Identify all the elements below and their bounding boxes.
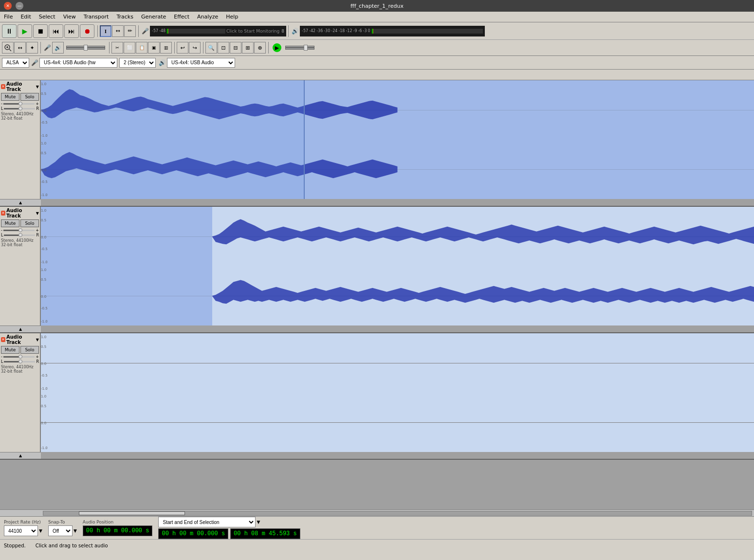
pause-button[interactable]: ⏸	[2, 24, 17, 38]
snap-to-select[interactable]: Off	[48, 525, 73, 536]
zoom-fit-btn[interactable]: ⊡	[218, 42, 229, 54]
skip-forward-button[interactable]: ⏭	[64, 24, 79, 38]
redo-btn[interactable]: ↪	[189, 42, 201, 54]
monitoring-label[interactable]: Click to Start Monitoring	[226, 29, 279, 34]
track-1-waveform-upper[interactable]: 1.0 0.5 0.0 -0.5 -1.0	[41, 80, 754, 140]
track-3-solo-btn[interactable]: Solo	[20, 346, 39, 354]
zoom-out-btn[interactable]: 🔍	[205, 42, 217, 54]
svg-line-1	[9, 49, 11, 51]
track-2-waveform-upper[interactable]: 1.0 0.5 0.0 -0.5 -1.0	[41, 207, 754, 266]
paste-btn[interactable]: 📋	[136, 42, 147, 54]
undo-btn[interactable]: ↩	[177, 42, 188, 54]
track-3-dropdown-icon[interactable]: ▼	[36, 338, 39, 342]
select-tool[interactable]: I	[100, 25, 111, 37]
record-button[interactable]: ⏺	[80, 24, 94, 38]
track-3-close[interactable]: ✕	[1, 337, 5, 342]
project-rate-section: Project Rate (Hz) 44100 ▼	[4, 520, 42, 536]
track-3-collapse[interactable]: ▲	[0, 452, 41, 459]
track-3-waveform-lower[interactable]: 1.0 0.5 0.0 -1.0	[41, 393, 754, 452]
skip-back-button[interactable]: ⏮	[49, 24, 63, 38]
track-1-mute-btn[interactable]: Mute	[1, 93, 19, 101]
track-2-mute-btn[interactable]: Mute	[1, 219, 19, 227]
track-2-vol-slider[interactable]	[3, 230, 35, 231]
track-3-vol-slider[interactable]	[3, 356, 35, 358]
h-scrollbar-thumb[interactable]	[79, 511, 185, 515]
stop-button[interactable]: ⏹	[33, 24, 48, 38]
menu-effect[interactable]: Effect	[170, 12, 193, 22]
multi-tool[interactable]: ✦	[26, 42, 38, 54]
track-2-waveform-lower[interactable]: 1.0 0.5 0.0 -0.5 -1.0	[41, 266, 754, 325]
y--1.0-lower: -1.0	[41, 193, 48, 197]
menu-help[interactable]: Help	[222, 12, 242, 22]
track-2-close[interactable]: ✕	[1, 211, 5, 216]
zoom-sel-btn[interactable]: ⊞	[242, 42, 254, 54]
track-2-collapse[interactable]: ▲	[0, 325, 41, 332]
track-2-pan-slider[interactable]	[4, 235, 35, 236]
menu-file[interactable]: File	[0, 12, 17, 22]
track-2-pan: L R	[1, 233, 39, 237]
zoom-in-btn[interactable]	[2, 42, 14, 54]
snap-to-dropdown-icon[interactable]: ▼	[74, 528, 77, 533]
minimize-button[interactable]: —	[16, 2, 23, 10]
selection-dropdown-icon[interactable]: ▼	[257, 520, 260, 524]
audio-position-time[interactable]: 00 h 00 m 00.000 s	[83, 525, 153, 536]
draw-tool[interactable]: ✏	[124, 25, 136, 37]
track-1-pan: L R	[1, 107, 39, 111]
input-device-select[interactable]: US-4x4: USB Audio (hw	[39, 58, 117, 68]
speaker-icon: 🔊	[292, 28, 299, 35]
separator-6	[174, 42, 175, 54]
menu-select[interactable]: Select	[35, 12, 59, 22]
track-3-mute-btn[interactable]: Mute	[1, 346, 19, 354]
zoom-full-btn[interactable]: ⊟	[230, 42, 241, 54]
separator-7	[203, 42, 203, 54]
close-button[interactable]: ✕	[4, 2, 12, 10]
y-0.5-lower: 0.5	[41, 151, 46, 155]
menu-view[interactable]: View	[59, 12, 80, 22]
selection-mode-select[interactable]: Start and End of Selection	[158, 517, 256, 527]
selection-1l	[41, 140, 305, 199]
menu-analyze[interactable]: Analyze	[193, 12, 222, 22]
track-1-vol-slider[interactable]	[3, 103, 35, 105]
track-2-solo-btn[interactable]: Solo	[20, 219, 39, 227]
play-button[interactable]: ▶	[18, 24, 32, 38]
track-2-pan-left: L	[1, 233, 3, 237]
track-3-pan-slider[interactable]	[4, 361, 35, 362]
track-1-collapse[interactable]: ▲	[0, 199, 41, 206]
track-1-solo-btn[interactable]: Solo	[20, 93, 39, 101]
menu-generate[interactable]: Generate	[137, 12, 170, 22]
silence-btn[interactable]: ▥	[160, 42, 172, 54]
menu-edit[interactable]: Edit	[17, 12, 35, 22]
toolbar-row2: ↔ ✦ 🎤 🔊 ✂ ⬜ 📋 ▣ ▥ ↩ ↪ 🔍 ⊡ ⊟ ⊞ ⊕ ▶	[0, 40, 754, 55]
track-1-close[interactable]: ✕	[1, 84, 5, 89]
selection-start-time[interactable]: 00 h 00 m 00.000 s	[158, 528, 228, 539]
device-bar: ALSA 🎤 US-4x4: USB Audio (hw 2 (Stereo) …	[0, 56, 754, 70]
track-3-vol-plus: +	[36, 355, 39, 359]
menu-tracks[interactable]: Tracks	[112, 12, 137, 22]
trim-audio-btn[interactable]: ▣	[148, 42, 160, 54]
project-rate-dropdown-icon[interactable]: ▼	[39, 528, 42, 533]
y--0.5-t3u: -0.5	[41, 374, 48, 378]
track-3-waveform-upper[interactable]: 1.0 0.5 0.0 -0.5 -1.0	[41, 333, 754, 393]
project-rate-select[interactable]: 44100	[4, 525, 38, 536]
separator-8	[268, 42, 269, 54]
envelope-tool[interactable]: ↔	[112, 25, 124, 37]
output-device-select[interactable]: US-4x4: USB Audio	[167, 58, 235, 68]
track-1-pan-slider[interactable]	[4, 108, 35, 109]
vol-slider[interactable]	[66, 46, 105, 50]
project-rate-label: Project Rate (Hz)	[4, 520, 42, 524]
speaker-vol[interactable]: 🔊	[52, 42, 64, 54]
track-1-dropdown-icon[interactable]: ▼	[36, 85, 39, 89]
playback-zoom-slider[interactable]	[285, 46, 314, 50]
track-2-vol-plus: +	[36, 228, 39, 233]
menu-transport[interactable]: Transport	[80, 12, 113, 22]
audio-host-select[interactable]: ALSA	[2, 58, 29, 68]
track-2-dropdown-icon[interactable]: ▼	[36, 211, 39, 216]
trim-btn[interactable]: ↔	[14, 42, 26, 54]
channels-select[interactable]: 2 (Stereo)	[119, 58, 156, 68]
zoom-tool[interactable]: ⊕	[254, 42, 266, 54]
cut-btn[interactable]: ✂	[111, 42, 123, 54]
track-1-waveform-lower[interactable]: 1.0 0.5 0.0 -0.5 -1.0	[41, 140, 754, 199]
h-scrollbar-track[interactable]	[43, 511, 752, 516]
copy-btn[interactable]: ⬜	[124, 42, 135, 54]
selection-end-time[interactable]: 00 h 08 m 45.593 s	[230, 528, 300, 539]
